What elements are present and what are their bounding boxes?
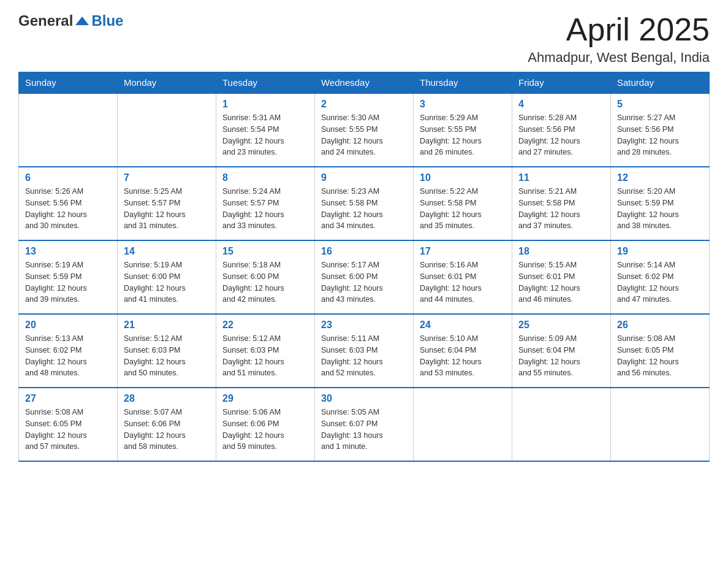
calendar-day-cell: 16Sunrise: 5:17 AM Sunset: 6:00 PM Dayli…: [315, 240, 414, 314]
weekday-header-friday: Friday: [512, 72, 611, 94]
day-number: 28: [124, 393, 210, 404]
calendar-day-cell: 4Sunrise: 5:28 AM Sunset: 5:56 PM Daylig…: [512, 93, 611, 167]
day-info: Sunrise: 5:30 AM Sunset: 5:55 PM Dayligh…: [321, 112, 407, 158]
day-info: Sunrise: 5:08 AM Sunset: 6:05 PM Dayligh…: [25, 407, 111, 453]
day-number: 27: [25, 393, 111, 404]
calendar-day-cell: 23Sunrise: 5:11 AM Sunset: 6:03 PM Dayli…: [315, 314, 414, 388]
day-info: Sunrise: 5:11 AM Sunset: 6:03 PM Dayligh…: [321, 333, 407, 379]
day-info: Sunrise: 5:18 AM Sunset: 6:00 PM Dayligh…: [222, 259, 308, 305]
day-number: 7: [124, 172, 210, 183]
empty-cell: [118, 93, 216, 167]
day-info: Sunrise: 5:21 AM Sunset: 5:58 PM Dayligh…: [518, 186, 604, 232]
svg-marker-0: [75, 17, 89, 25]
day-number: 3: [420, 99, 506, 110]
calendar-week-row: 1Sunrise: 5:31 AM Sunset: 5:54 PM Daylig…: [19, 93, 710, 167]
day-info: Sunrise: 5:19 AM Sunset: 6:00 PM Dayligh…: [124, 259, 210, 305]
weekday-header-sunday: Sunday: [19, 72, 118, 94]
weekday-header-saturday: Saturday: [611, 72, 710, 94]
calendar-week-row: 6Sunrise: 5:26 AM Sunset: 5:56 PM Daylig…: [19, 167, 710, 240]
day-info: Sunrise: 5:26 AM Sunset: 5:56 PM Dayligh…: [25, 186, 111, 232]
calendar-day-cell: 26Sunrise: 5:08 AM Sunset: 6:05 PM Dayli…: [611, 314, 710, 388]
day-number: 25: [518, 320, 604, 331]
calendar-day-cell: 10Sunrise: 5:22 AM Sunset: 5:58 PM Dayli…: [414, 167, 512, 240]
day-number: 4: [518, 99, 604, 110]
day-info: Sunrise: 5:06 AM Sunset: 6:06 PM Dayligh…: [222, 407, 308, 453]
day-info: Sunrise: 5:14 AM Sunset: 6:02 PM Dayligh…: [617, 259, 703, 305]
calendar-day-cell: 19Sunrise: 5:14 AM Sunset: 6:02 PM Dayli…: [611, 240, 710, 314]
calendar-day-cell: 15Sunrise: 5:18 AM Sunset: 6:00 PM Dayli…: [216, 240, 315, 314]
calendar-day-cell: 13Sunrise: 5:19 AM Sunset: 5:59 PM Dayli…: [19, 240, 118, 314]
calendar-day-cell: 28Sunrise: 5:07 AM Sunset: 6:06 PM Dayli…: [118, 388, 216, 461]
calendar-day-cell: 21Sunrise: 5:12 AM Sunset: 6:03 PM Dayli…: [118, 314, 216, 388]
calendar-day-cell: 5Sunrise: 5:27 AM Sunset: 5:56 PM Daylig…: [611, 93, 710, 167]
calendar-day-cell: 22Sunrise: 5:12 AM Sunset: 6:03 PM Dayli…: [216, 314, 315, 388]
day-number: 18: [518, 246, 604, 257]
day-number: 6: [25, 172, 111, 183]
day-info: Sunrise: 5:31 AM Sunset: 5:54 PM Dayligh…: [222, 112, 308, 158]
day-info: Sunrise: 5:19 AM Sunset: 5:59 PM Dayligh…: [25, 259, 111, 305]
calendar-week-row: 13Sunrise: 5:19 AM Sunset: 5:59 PM Dayli…: [19, 240, 710, 314]
day-number: 21: [124, 320, 210, 331]
calendar-day-cell: 11Sunrise: 5:21 AM Sunset: 5:58 PM Dayli…: [512, 167, 611, 240]
calendar-day-cell: 6Sunrise: 5:26 AM Sunset: 5:56 PM Daylig…: [19, 167, 118, 240]
day-number: 12: [617, 172, 703, 183]
day-info: Sunrise: 5:22 AM Sunset: 5:58 PM Dayligh…: [420, 186, 506, 232]
day-number: 11: [518, 172, 604, 183]
day-info: Sunrise: 5:10 AM Sunset: 6:04 PM Dayligh…: [420, 333, 506, 379]
calendar-day-cell: 18Sunrise: 5:15 AM Sunset: 6:01 PM Dayli…: [512, 240, 611, 314]
day-info: Sunrise: 5:12 AM Sunset: 6:03 PM Dayligh…: [222, 333, 308, 379]
title-section: April 2025 Ahmadpur, West Bengal, India: [528, 12, 710, 66]
day-number: 20: [25, 320, 111, 331]
day-number: 14: [124, 246, 210, 257]
empty-cell: [414, 388, 512, 461]
calendar-day-cell: 20Sunrise: 5:13 AM Sunset: 6:02 PM Dayli…: [19, 314, 118, 388]
empty-cell: [19, 93, 118, 167]
day-info: Sunrise: 5:15 AM Sunset: 6:01 PM Dayligh…: [518, 259, 604, 305]
day-number: 22: [222, 320, 308, 331]
day-number: 30: [321, 393, 407, 404]
weekday-header-thursday: Thursday: [414, 72, 512, 94]
calendar-day-cell: 24Sunrise: 5:10 AM Sunset: 6:04 PM Dayli…: [414, 314, 512, 388]
page-header: General Blue April 2025 Ahmadpur, West B…: [18, 12, 710, 66]
calendar-day-cell: 12Sunrise: 5:20 AM Sunset: 5:59 PM Dayli…: [611, 167, 710, 240]
logo: General Blue: [18, 12, 123, 29]
day-number: 16: [321, 246, 407, 257]
day-number: 29: [222, 393, 308, 404]
calendar-day-cell: 7Sunrise: 5:25 AM Sunset: 5:57 PM Daylig…: [118, 167, 216, 240]
day-info: Sunrise: 5:16 AM Sunset: 6:01 PM Dayligh…: [420, 259, 506, 305]
day-info: Sunrise: 5:13 AM Sunset: 6:02 PM Dayligh…: [25, 333, 111, 379]
day-info: Sunrise: 5:23 AM Sunset: 5:58 PM Dayligh…: [321, 186, 407, 232]
day-number: 19: [617, 246, 703, 257]
calendar-day-cell: 27Sunrise: 5:08 AM Sunset: 6:05 PM Dayli…: [19, 388, 118, 461]
calendar-day-cell: 30Sunrise: 5:05 AM Sunset: 6:07 PM Dayli…: [315, 388, 414, 461]
day-number: 26: [617, 320, 703, 331]
day-info: Sunrise: 5:24 AM Sunset: 5:57 PM Dayligh…: [222, 186, 308, 232]
weekday-header-row: SundayMondayTuesdayWednesdayThursdayFrid…: [19, 72, 710, 94]
day-info: Sunrise: 5:20 AM Sunset: 5:59 PM Dayligh…: [617, 186, 703, 232]
day-number: 24: [420, 320, 506, 331]
day-info: Sunrise: 5:12 AM Sunset: 6:03 PM Dayligh…: [124, 333, 210, 379]
calendar-day-cell: 17Sunrise: 5:16 AM Sunset: 6:01 PM Dayli…: [414, 240, 512, 314]
day-info: Sunrise: 5:08 AM Sunset: 6:05 PM Dayligh…: [617, 333, 703, 379]
day-number: 1: [222, 99, 308, 110]
day-info: Sunrise: 5:27 AM Sunset: 5:56 PM Dayligh…: [617, 112, 703, 158]
day-info: Sunrise: 5:05 AM Sunset: 6:07 PM Dayligh…: [321, 407, 407, 453]
calendar-day-cell: 8Sunrise: 5:24 AM Sunset: 5:57 PM Daylig…: [216, 167, 315, 240]
day-number: 15: [222, 246, 308, 257]
weekday-header-wednesday: Wednesday: [315, 72, 414, 94]
calendar-day-cell: 1Sunrise: 5:31 AM Sunset: 5:54 PM Daylig…: [216, 93, 315, 167]
weekday-header-tuesday: Tuesday: [216, 72, 315, 94]
day-info: Sunrise: 5:07 AM Sunset: 6:06 PM Dayligh…: [124, 407, 210, 453]
day-number: 10: [420, 172, 506, 183]
logo-general: General: [18, 12, 73, 29]
calendar-day-cell: 2Sunrise: 5:30 AM Sunset: 5:55 PM Daylig…: [315, 93, 414, 167]
day-info: Sunrise: 5:25 AM Sunset: 5:57 PM Dayligh…: [124, 186, 210, 232]
calendar-week-row: 20Sunrise: 5:13 AM Sunset: 6:02 PM Dayli…: [19, 314, 710, 388]
weekday-header-monday: Monday: [118, 72, 216, 94]
empty-cell: [611, 388, 710, 461]
calendar-day-cell: 14Sunrise: 5:19 AM Sunset: 6:00 PM Dayli…: [118, 240, 216, 314]
logo-blue: Blue: [91, 12, 123, 29]
logo-triangle-icon: [75, 14, 89, 28]
calendar-table: SundayMondayTuesdayWednesdayThursdayFrid…: [18, 72, 710, 462]
empty-cell: [512, 388, 611, 461]
